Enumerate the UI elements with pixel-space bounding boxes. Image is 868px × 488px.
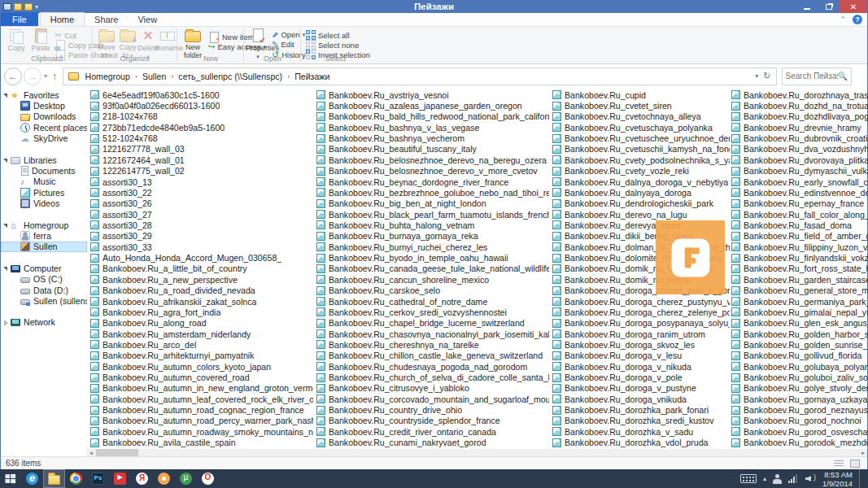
file-item[interactable]: Bankoboev.Ru_belosnezhnoe_derevo_v_more_… (316, 166, 549, 176)
edit-button[interactable]: ✎Edit (272, 40, 294, 49)
refresh-icon[interactable]: ↻ (763, 71, 770, 81)
file-item[interactable]: Bankoboev.Ru_dorozhka_park_fonari (552, 404, 730, 415)
sidebar-item-os-c[interactable]: OS (C:) (1, 273, 87, 284)
file-item[interactable]: Bankoboev.Ru_finlyandskii_vokzal_v_sankt… (731, 252, 868, 263)
tab-view[interactable]: View (128, 12, 167, 26)
file-item[interactable]: Bankoboev.Ru_doroga_v_lesu (552, 351, 730, 361)
file-item[interactable]: Bankoboev.Ru_citrusovye_i_yabloko (316, 383, 549, 394)
file-item[interactable]: Bankoboev.Ru_cvetuschaya_polyanka (552, 122, 730, 133)
file-item[interactable]: Bankoboev.Ru_cvety_vozle_reki (552, 166, 730, 176)
address-dropdown-icon[interactable]: ▾ (755, 72, 758, 80)
file-item[interactable]: Bankoboev.Ru_chereshnya_na_tarelke (316, 339, 549, 350)
file-item[interactable]: Bankoboev.Ru_dvorovaya_plitka_v_zheltyh_… (731, 155, 868, 165)
file-item[interactable]: Bankoboev.Ru_dva_vozdushnyh_shara_letyat… (731, 144, 868, 155)
file-item[interactable]: Bankoboev.Ru_dozhdlivaya_pogoda_s_utra (731, 111, 868, 122)
file-item[interactable]: assorti30_28 (90, 220, 313, 230)
file-item[interactable]: Bankoboev.Ru_gollivud_florida (731, 351, 868, 361)
file-item[interactable]: assorti30_22 (90, 187, 313, 198)
file-item[interactable]: Bankoboev.Ru_autumn_roadway_smoky_mounta… (90, 426, 313, 437)
file-item[interactable]: Bankoboev.Ru_chasovnya_nacionalnyi_park_… (316, 329, 549, 339)
file-item[interactable]: Bankoboev.Ru_church_of_selva_di_cadore_c… (316, 372, 549, 382)
sidebar-item-documents[interactable]: Documents (1, 165, 87, 176)
scroll-left-arrow-icon[interactable]: ◂ (87, 449, 95, 456)
search-box[interactable]: 🔍 (782, 68, 852, 85)
sidebar-item-videos[interactable]: Videos (1, 198, 87, 209)
file-item[interactable]: Bankoboev.Ru_dorozhnaya_trassa (731, 89, 868, 100)
file-item[interactable]: Bankoboev.Ru_bezbrezhnoe_goluboe_nebo_na… (316, 187, 549, 198)
sidebar-item-ferra[interactable]: ferra (1, 230, 87, 241)
select-all-button[interactable]: Select all (306, 30, 350, 40)
help-icon[interactable]: ? (853, 15, 862, 24)
file-item[interactable]: Bankoboev.Ru_a_new_perspective (90, 274, 313, 285)
file-item[interactable]: Bankoboev.Ru_canada_geese_tule_lake_nati… (316, 264, 549, 274)
file-item[interactable]: Bankoboev.Ru_dorozhka_sredi_kustov (552, 416, 730, 426)
file-item[interactable]: Bankoboev.Ru_garden_staircase_japan (731, 274, 868, 285)
file-item[interactable]: Bankoboev.Ru_corcovado_mountain_and_suga… (316, 394, 549, 404)
scroll-right-arrow-icon[interactable]: ▸ (859, 449, 867, 456)
file-item[interactable]: Bankoboev.Ru_cerkov_sredi_vozvyshennoste… (316, 307, 549, 317)
file-item[interactable]: 93f0a04f0a026ecd66013-1600 (90, 100, 313, 111)
file-item[interactable]: Bankoboev.Ru_filippiny_luzon_vidzhan (731, 242, 868, 252)
file-item[interactable]: assorti30_29 (90, 231, 313, 242)
file-item[interactable]: Bankoboev.Ru_derevo_na_lugu (552, 209, 730, 220)
file-item[interactable]: Bankoboev.Ru_dorozhka_vdol_pruda (552, 438, 730, 448)
file-item[interactable]: Bankoboev.Ru_cvetuschee_uryuchnoe_derevo… (552, 133, 730, 143)
file-item[interactable]: Bankoboev.Ru_beynac_dordogne_river_franc… (316, 176, 549, 187)
breadcrumb-item-homegroup[interactable]: Homegroup (82, 70, 133, 83)
file-item[interactable]: Bankoboev.Ru_buhta_halong_vetnam (316, 220, 549, 230)
close-button[interactable]: ✕ (840, 0, 867, 13)
file-item[interactable]: Bankoboev.Ru_golubaya_polyana_v_lesu (731, 361, 868, 372)
expander-icon[interactable] (2, 265, 9, 272)
paste-button[interactable]: Paste (28, 28, 53, 53)
file-item[interactable]: Bankoboev.Ru_along_road (90, 318, 313, 329)
copy-button[interactable]: Copy (4, 28, 28, 53)
file-item[interactable]: Bankoboev.Ru_chapel_bridge_lucerne_switz… (316, 318, 549, 329)
file-item[interactable]: Bankoboev.Ru_dendrologicheskii_park (552, 198, 730, 209)
file-item[interactable]: 273bb71edcde4840eb9a5-1600 (90, 122, 313, 133)
file-item[interactable]: Bankoboev.Ru_cathedral_of_notre_dame (316, 296, 549, 307)
tray-chevron-icon[interactable]: ▴ (763, 475, 766, 482)
file-item[interactable]: Bankoboev.Ru_autumn_leaf_covered_rock_el… (90, 394, 313, 404)
green-app-icon[interactable] (175, 469, 197, 488)
scrollbar-thumb[interactable] (96, 449, 138, 456)
file-item[interactable]: Bankoboev.Ru_amsterdam_niderlandy (90, 329, 313, 339)
file-item[interactable]: Bankoboev.Ru_cunami_nakryvaet_gorod (316, 438, 549, 448)
back-button[interactable]: ← (4, 68, 22, 85)
file-item[interactable]: Bankoboev.Ru_chudesnaya_pogoda_nad_gorod… (316, 361, 549, 372)
file-item[interactable]: Bankoboev.Ru_dozhd_na_trotuare (731, 100, 868, 111)
horizontal-scrollbar[interactable]: ◂ ▸ (87, 449, 867, 456)
file-item[interactable]: Bankoboev.Ru_autumn_road_percy_warner_pa… (90, 416, 313, 426)
homegroup-tray-icon[interactable] (773, 474, 782, 484)
file-item[interactable]: Bankoboev.Ru_early_snowfall_central_park… (731, 176, 868, 187)
file-item[interactable]: assorti30_13 (90, 176, 313, 187)
file-item[interactable]: Bankoboev.Ru_country_drive_ohio (316, 404, 549, 415)
file-item[interactable]: Bankoboev.Ru_azaleas_japanese_garden_ore… (316, 100, 549, 111)
sidebar-section-favorites[interactable]: Favorites (1, 89, 87, 100)
sidebar-section-libraries[interactable]: Libraries (1, 155, 87, 165)
file-item[interactable]: Bankoboev.Ru_avstriya_vesnoi (316, 89, 549, 100)
file-item[interactable]: Bankoboev.Ru_belosnezhnoe_derevo_na_bere… (316, 155, 549, 165)
file-item[interactable]: Bankoboev.Ru_gornaya_uzkaya_reka (731, 394, 868, 404)
file-item[interactable]: Bankoboev.Ru_autumn_covered_road (90, 372, 313, 382)
white-red-app-icon[interactable] (197, 469, 219, 488)
breadcrumb-item-сеть-sullenpc-sullenspc[interactable]: сеть_sullenpc (\\Sullenspc) (175, 70, 286, 83)
file-item[interactable]: Bankoboev.Ru_doroga_skvoz_les (552, 339, 730, 350)
file-item[interactable]: Bankoboev.Ru_dalnya_doroga_v_nebytiya (552, 176, 730, 187)
file-item[interactable]: Bankoboev.Ru_autumn_in_new_england_groto… (90, 383, 313, 394)
file-item[interactable]: 6e4e5eadf19f0a630c1c5-1600 (90, 89, 313, 100)
thumbnails-view-icon[interactable] (849, 459, 861, 468)
breadcrumb-item-пейзажи[interactable]: Пейзажи (291, 70, 333, 83)
sidebar-section-network[interactable]: Network (1, 317, 87, 328)
file-item[interactable]: Bankoboev.Ru_dalnyaya_doroga (552, 187, 730, 198)
sidebar-item-sullen-sullenspc[interactable]: Sullen (sullenspc) (1, 295, 87, 306)
sidebar-item-pictures[interactable]: Pictures (1, 187, 87, 198)
touch-keyboard-icon[interactable] (740, 474, 757, 483)
chrome-icon[interactable] (65, 469, 87, 488)
file-item[interactable]: Bankoboev.Ru_golden_sunrise_colorado (731, 339, 868, 350)
minimize-button[interactable] (796, 0, 818, 13)
sidebar-item-skydrive[interactable]: SkyDrive (1, 133, 87, 144)
file-item[interactable]: Bankoboev.Ru_afrikanskii_zakat_solnca (90, 296, 313, 307)
file-item[interactable]: Bankoboev.Ru_dorozhka_v_sadu (552, 426, 730, 437)
recent-pages-chevron-icon[interactable]: ▾ (44, 72, 47, 80)
file-item[interactable]: Bankoboev.Ru_bashnya_vecherom (316, 133, 549, 143)
